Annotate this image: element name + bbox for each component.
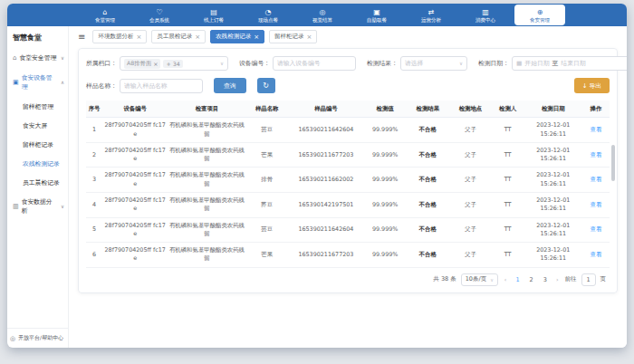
- home-icon: ⌂: [13, 54, 16, 62]
- main-content: ≡ 环境数据分析 × 员工晨检记录 × 农残检测记录 × 留样柜记录 ×: [69, 26, 627, 348]
- nav-item-online-order[interactable]: ▤ 线上订餐: [187, 4, 241, 26]
- app-logo: 智慧食堂: [7, 26, 68, 48]
- nav-item-canteen[interactable]: ⌂ 食堂管理: [78, 4, 132, 26]
- table-row: 6 28f790704205ff fc17e 有机磷和氨基甲酸酯类农药残留 芒果…: [86, 243, 610, 268]
- sidebar-group-equipment[interactable]: ▣ 食安设备管理 ∧: [7, 68, 68, 97]
- stall-multiselect[interactable]: A8排骨面 × + 34 ∨: [120, 56, 228, 71]
- col-sample-name: 样品名称: [246, 101, 288, 118]
- goto-page-input[interactable]: [581, 273, 596, 286]
- sidebar-item-sample-cabinet-records[interactable]: 留样柜记录: [7, 135, 68, 154]
- sidebar-group-data-analysis[interactable]: ▥ 食安数据分析 ∨: [7, 192, 68, 221]
- tab-strip: ≡ 环境数据分析 × 员工晨检记录 × 农残检测记录 × 留样柜记录 ×: [69, 26, 627, 46]
- page-number-3[interactable]: 3: [541, 276, 550, 283]
- view-link[interactable]: 查看: [591, 151, 602, 158]
- tab-env-analysis[interactable]: 环境数据分析 ×: [92, 30, 147, 43]
- chevron-down-icon: ∨: [61, 204, 64, 209]
- filter-date: 检测日期： ▦ 开始日期 至 结束日期: [478, 56, 627, 71]
- date-range-picker[interactable]: ▦ 开始日期 至 结束日期: [512, 56, 627, 71]
- sidebar-item-food-safety-screen[interactable]: 食安大屏: [7, 116, 68, 135]
- close-icon[interactable]: ×: [307, 34, 312, 40]
- stall-tag-text: A8排骨面: [127, 60, 151, 68]
- table-row: 5 28f790704205ff fc17e 有机磷和氨基甲酸酯类农药残留 芸豆…: [86, 217, 610, 243]
- pagination-total: 共 38 条: [433, 275, 456, 283]
- col-sample-no: 样品编号: [288, 101, 364, 118]
- date-start-placeholder: 开始日期: [524, 59, 549, 68]
- canteen-icon: ⌂: [102, 8, 107, 16]
- sidebar-group-canteen-safety[interactable]: ⌂ 食堂安全管理 ∨: [7, 48, 68, 68]
- nav-item-label: 会员系统: [149, 16, 169, 22]
- stall-label: 所属档口：: [86, 59, 117, 68]
- nav-item-label: 食堂管理: [95, 16, 115, 22]
- nav-item-operations[interactable]: ⇄ 运营分析: [404, 4, 458, 26]
- view-link[interactable]: 查看: [591, 251, 602, 258]
- vision-checkout-icon: ◎: [320, 8, 326, 16]
- tag-close-icon[interactable]: ×: [153, 61, 158, 67]
- prev-page-arrow[interactable]: ‹: [503, 276, 509, 283]
- device-input-wrap: [273, 56, 356, 71]
- col-result: 检测结果: [406, 101, 449, 118]
- help-platform-icon: ◎: [10, 335, 15, 342]
- view-link[interactable]: 查看: [591, 126, 602, 133]
- table-row: 3 28f790704205ff fc17e 有机磷和氨基甲酸酯类农药残留 排骨…: [86, 168, 610, 193]
- filter-row-1: 所属档口： A8排骨面 × + 34 ∨ 设备编号：: [86, 56, 610, 71]
- nav-item-food-safety[interactable]: ⊕ 食安管理: [514, 5, 565, 25]
- view-link[interactable]: 查看: [591, 201, 602, 208]
- sidebar-group-label: 食堂安全管理: [19, 53, 56, 62]
- nav-item-label: 食安管理: [530, 16, 550, 22]
- sidebar: 智慧食堂 ⌂ 食堂安全管理 ∨ ▣ 食安设备管理 ∧ 留样柜管理 食安大屏 留样…: [7, 26, 69, 348]
- close-icon[interactable]: ×: [195, 34, 200, 40]
- date-separator: 至: [552, 59, 559, 68]
- tab-pesticide-records[interactable]: 农残检测记录 ×: [210, 30, 264, 43]
- nav-item-label: 视觉结算: [312, 16, 332, 22]
- sidebar-footer-label: 开放平台/帮助中心: [18, 334, 63, 342]
- date-label: 检测日期：: [478, 59, 509, 68]
- result-select[interactable]: 请选择 ∨: [400, 56, 467, 71]
- top-navbar: ⌂ 食堂管理 ♡ 会员系统 ▤ 线上订餐 ◔ 现场点餐 ◎ 视觉结算 ▣ 自助取…: [7, 4, 627, 26]
- self-pickup-icon: ▣: [373, 8, 380, 16]
- sidebar-item-sample-cabinet-mgmt[interactable]: 留样柜管理: [7, 97, 68, 116]
- tab-label: 员工晨检记录: [157, 33, 192, 41]
- nav-item-members[interactable]: ♡ 会员系统: [132, 4, 187, 26]
- stall-more-count: + 34: [163, 60, 182, 68]
- nav-item-onsite-order[interactable]: ◔ 现场点餐: [241, 4, 295, 26]
- tab-sample-cabinet-records[interactable]: 留样柜记录 ×: [269, 30, 317, 43]
- sidebar-item-staff-check-records[interactable]: 员工晨检记录: [7, 173, 68, 192]
- nav-item-vision-checkout[interactable]: ◎ 视觉结算: [295, 4, 350, 26]
- close-icon[interactable]: ×: [254, 34, 259, 40]
- view-link[interactable]: 查看: [591, 225, 602, 233]
- app-window: ⌂ 食堂管理 ♡ 会员系统 ▤ 线上订餐 ◔ 现场点餐 ◎ 视觉结算 ▣ 自助取…: [7, 4, 627, 348]
- tab-label: 环境数据分析: [98, 33, 133, 41]
- export-button[interactable]: ↓ 导出: [574, 78, 610, 93]
- reset-button[interactable]: ↻: [257, 78, 275, 93]
- page-size-select[interactable]: 10条/页 ∨: [461, 273, 498, 286]
- table-scrollbar[interactable]: [611, 145, 615, 181]
- download-icon: ↓: [582, 82, 588, 90]
- col-index: 序号: [86, 101, 102, 118]
- nav-item-self-pickup[interactable]: ▣ 自助取餐: [350, 4, 404, 26]
- menu-collapse-icon[interactable]: ≡: [78, 32, 85, 42]
- next-page-arrow[interactable]: ›: [554, 276, 561, 283]
- records-card: 所属档口： A8排骨面 × + 34 ∨ 设备编号：: [78, 48, 618, 293]
- device-input[interactable]: [277, 60, 351, 67]
- chevron-down-icon: ∨: [459, 61, 463, 66]
- table-row: 1 28f790704205ff fc17e 有机磷和氨基甲酸酯类农药残留 芸豆…: [86, 118, 610, 143]
- stall-tag: A8排骨面 ×: [124, 59, 161, 69]
- col-value: 检测值: [364, 101, 406, 118]
- page-size-value: 10条/页: [466, 275, 486, 283]
- sidebar-group-label: 食安设备管理: [22, 73, 58, 91]
- sample-input[interactable]: [124, 82, 198, 90]
- tab-staff-check[interactable]: 员工晨检记录 ×: [151, 30, 206, 43]
- sample-label: 样品名称：: [86, 81, 117, 91]
- records-table: 序号 设备编号 检查项目 样品名称 样品编号 检测值 检测结果 检测地点 检测人…: [86, 101, 610, 268]
- search-button[interactable]: 查询: [214, 78, 246, 93]
- page-number-1[interactable]: 1: [513, 276, 522, 283]
- refresh-icon: ↻: [263, 81, 269, 90]
- view-link[interactable]: 查看: [591, 176, 602, 183]
- sidebar-footer-help[interactable]: ◎ 开放平台/帮助中心: [7, 328, 68, 348]
- filter-row-2: 样品名称： 查询 ↻ ↓ 导出: [86, 78, 610, 93]
- page-number-2[interactable]: 2: [527, 276, 536, 283]
- nav-item-consumption-center[interactable]: ▥ 消费中心: [458, 4, 513, 26]
- close-icon[interactable]: ×: [136, 34, 141, 40]
- table-row: 2 28f790704205ff fc17e 有机磷和氨基甲酸酯类农药残留 芒果…: [86, 142, 610, 168]
- sidebar-item-pesticide-records[interactable]: 农残检测记录: [7, 154, 68, 173]
